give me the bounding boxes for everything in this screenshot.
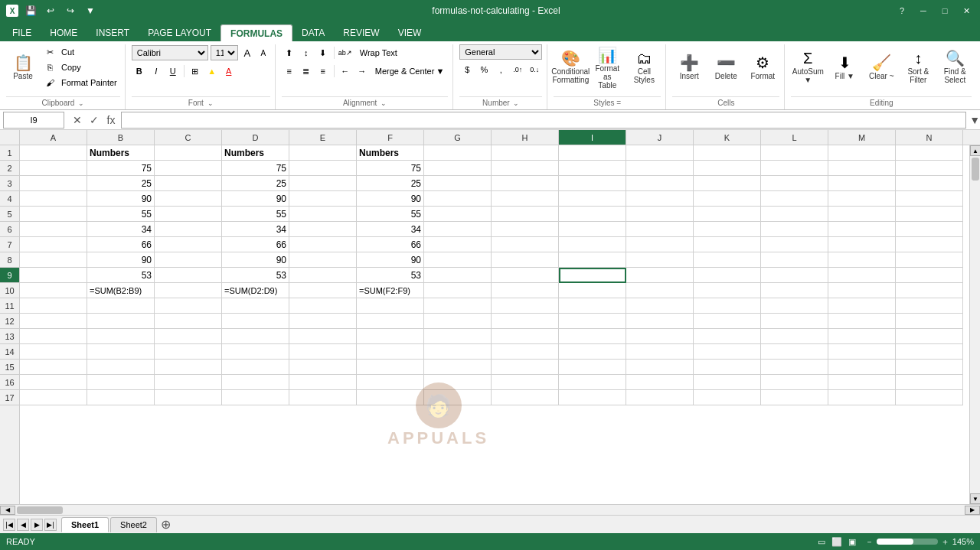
currency-btn[interactable]: $ [459,63,475,76]
cell-d6[interactable]: 34 [222,222,289,237]
col-header-h[interactable]: H [492,130,559,145]
cell-g9[interactable] [424,268,492,283]
redo-quick-btn[interactable]: ↪ [63,3,78,18]
formula-input[interactable] [121,112,966,129]
row-num-8[interactable]: 8 [0,252,19,268]
row-num-12[interactable]: 12 [0,314,19,329]
cell-a6[interactable] [20,222,87,237]
format-as-table-btn[interactable]: 📊 Format asTable [590,44,624,93]
cell-h9[interactable] [492,268,559,283]
cell-d3[interactable]: 25 [222,176,289,191]
conditional-formatting-btn[interactable]: 🎨 ConditionalFormatting [554,44,587,90]
cell-m2[interactable] [828,161,896,176]
row-num-11[interactable]: 11 [0,298,19,314]
cell-styles-btn[interactable]: 🗂 CellStyles [627,44,661,90]
cell-i1[interactable] [559,145,626,161]
cell-d10[interactable]: =SUM(D2:D9) [222,283,289,298]
font-color-btn[interactable]: A [221,63,237,79]
cell-f10[interactable]: =SUM(F2:F9) [357,283,424,298]
cell-b10[interactable]: =SUM(B2:B9) [87,283,155,298]
find-select-btn[interactable]: 🔍 Find &Select [938,44,972,90]
col-header-m[interactable]: M [828,130,896,145]
cell-e3[interactable] [289,176,357,191]
cell-g3[interactable] [424,176,492,191]
cell-b6[interactable]: 34 [87,222,155,237]
cell-l1[interactable] [761,145,828,161]
sheet-prev-btn[interactable]: ◀ [17,519,29,531]
cell-k10[interactable] [694,283,761,298]
row-num-16[interactable]: 16 [0,375,19,390]
cell-h10[interactable] [492,283,559,298]
cell-c4[interactable] [155,191,222,207]
cell-e6[interactable] [289,222,357,237]
tab-data[interactable]: DATA [292,24,334,41]
cell-e4[interactable] [289,191,357,207]
tab-file[interactable]: FILE [3,24,41,41]
cell-a7[interactable] [20,237,87,252]
cell-k7[interactable] [694,237,761,252]
sort-filter-btn[interactable]: ↕ Sort &Filter [901,44,935,90]
cell-h8[interactable] [492,252,559,268]
cell-b8[interactable]: 90 [87,252,155,268]
cell-n3[interactable] [896,176,963,191]
cell-g10[interactable] [424,283,492,298]
cell-n6[interactable] [896,222,963,237]
row-num-6[interactable]: 6 [0,222,19,237]
sheet-tab-sheet2[interactable]: Sheet2 [110,517,157,532]
cell-m8[interactable] [828,252,896,268]
formula-cancel-icon[interactable]: ✕ [70,114,84,126]
cell-f3[interactable]: 25 [357,176,424,191]
zoom-out-btn[interactable]: － [865,536,874,548]
format-painter-button[interactable]: Format Painter [58,75,120,90]
cell-f2[interactable]: 75 [357,161,424,176]
cell-c10[interactable] [155,283,222,298]
cell-d4[interactable]: 90 [222,191,289,207]
row-num-2[interactable]: 2 [0,161,19,176]
col-header-g[interactable]: G [424,130,492,145]
cell-g7[interactable] [424,237,492,252]
row-num-9[interactable]: 9 [0,268,19,283]
cell-b5[interactable]: 55 [87,207,155,222]
cell-n1[interactable] [896,145,963,161]
row-num-14[interactable]: 14 [0,344,19,360]
col-header-l[interactable]: L [761,130,828,145]
cell-l4[interactable] [761,191,828,207]
row-num-4[interactable]: 4 [0,191,19,207]
cell-b1[interactable]: Numbers [87,145,155,161]
increase-font-size-btn[interactable]: A [240,46,254,60]
h-scroll-track[interactable] [15,506,965,515]
col-header-i[interactable]: I [559,130,626,145]
cell-l10[interactable] [761,283,828,298]
page-break-view-icon[interactable]: ▣ [848,537,856,547]
align-top-btn[interactable]: ⬆ [282,45,297,60]
cell-a1[interactable] [20,145,87,161]
cell-k4[interactable] [694,191,761,207]
cell-j9[interactable] [626,268,694,283]
tab-home[interactable]: HOME [41,24,87,41]
sheet-first-btn[interactable]: |◀ [3,519,15,531]
cell-l5[interactable] [761,207,828,222]
cell-j5[interactable] [626,207,694,222]
cell-m7[interactable] [828,237,896,252]
cell-b7[interactable]: 66 [87,237,155,252]
autosum-btn[interactable]: Σ AutoSum ▼ [791,44,825,90]
paste-button[interactable]: 📋 Paste [6,44,40,90]
cell-l8[interactable] [761,252,828,268]
tab-formulas[interactable]: FORMULAS [220,24,292,41]
copy-icon[interactable]: ⎘ [43,60,57,74]
cell-a2[interactable] [20,161,87,176]
orientation-btn[interactable]: ab↗ [338,45,353,60]
fill-color-btn[interactable]: ▲ [204,63,220,79]
cell-j3[interactable] [626,176,694,191]
cell-e9[interactable] [289,268,357,283]
cell-n7[interactable] [896,237,963,252]
cell-i6[interactable] [559,222,626,237]
cell-b9[interactable]: 53 [87,268,155,283]
cell-l9[interactable] [761,268,828,283]
wrap-text-btn[interactable]: Wrap Text [354,45,403,60]
col-header-j[interactable]: J [626,130,694,145]
number-format-select[interactable]: General [459,44,542,60]
cell-i2[interactable] [559,161,626,176]
formula-confirm-icon[interactable]: ✓ [87,114,101,126]
cell-i5[interactable] [559,207,626,222]
